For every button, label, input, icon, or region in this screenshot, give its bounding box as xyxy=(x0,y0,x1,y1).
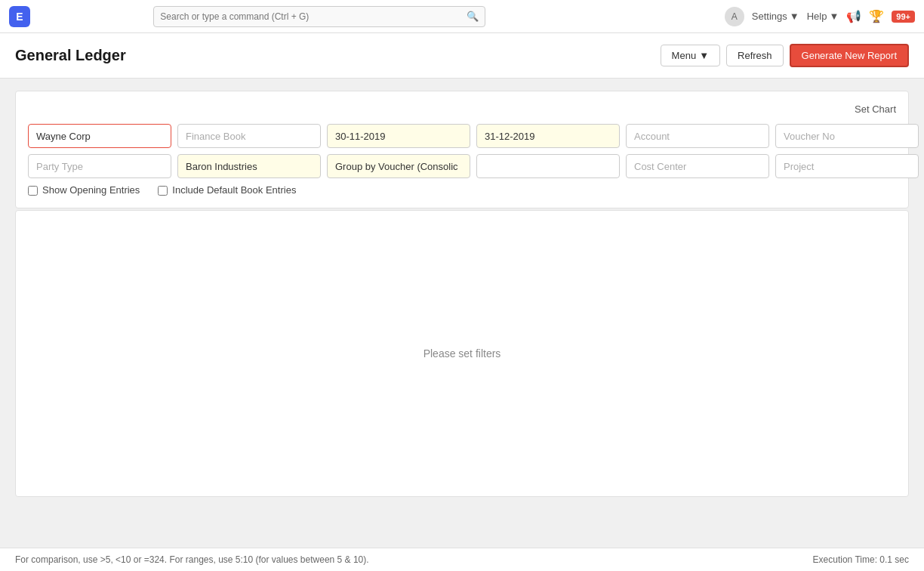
settings-button[interactable]: Settings ▼ xyxy=(752,11,799,22)
show-opening-entries-checkbox[interactable] xyxy=(28,186,38,196)
finance-book-input[interactable] xyxy=(177,124,321,148)
search-input[interactable] xyxy=(160,11,467,22)
filter-box: Set Chart Show Opening Entries xyxy=(15,91,909,208)
search-icon: 🔍 xyxy=(467,11,479,22)
party-type-input[interactable] xyxy=(28,154,171,178)
avatar[interactable]: A xyxy=(725,7,744,26)
help-button[interactable]: Help ▼ xyxy=(807,11,839,22)
page-actions: Menu ▼ Refresh Generate New Report xyxy=(661,44,909,67)
checkbox-row: Show Opening Entries Include Default Boo… xyxy=(28,184,896,196)
against-voucher-input[interactable] xyxy=(476,154,620,178)
group-by-input[interactable] xyxy=(327,154,470,178)
refresh-button[interactable]: Refresh xyxy=(726,45,784,66)
trophy-icon[interactable]: 🏆 xyxy=(869,9,884,23)
data-area: Please set filters xyxy=(15,210,909,497)
include-default-book-checkbox[interactable] xyxy=(158,186,168,196)
notification-badge[interactable]: 99+ xyxy=(892,11,915,23)
megaphone-icon[interactable]: 📢 xyxy=(846,9,861,23)
filter-row-1 xyxy=(28,124,896,148)
company-input[interactable] xyxy=(28,124,171,148)
navbar-right: A Settings ▼ Help ▼ 📢 🏆 99+ xyxy=(725,7,915,26)
party-input[interactable] xyxy=(177,154,321,178)
page-header: General Ledger Menu ▼ Refresh Generate N… xyxy=(0,33,924,79)
voucher-no-input[interactable] xyxy=(775,124,919,148)
data-placeholder: Please set filters xyxy=(424,347,501,360)
app-logo[interactable]: E xyxy=(9,6,30,27)
navbar: E 🔍 A Settings ▼ Help ▼ 📢 🏆 99+ xyxy=(0,0,924,33)
generate-report-button[interactable]: Generate New Report xyxy=(790,44,909,67)
show-opening-entries-label[interactable]: Show Opening Entries xyxy=(28,184,140,196)
include-default-book-label[interactable]: Include Default Book Entries xyxy=(158,184,296,196)
filter-box-header: Set Chart xyxy=(28,103,896,115)
page-title: General Ledger xyxy=(15,47,126,64)
project-input[interactable] xyxy=(775,154,919,178)
account-input[interactable] xyxy=(626,124,769,148)
search-bar[interactable]: 🔍 xyxy=(153,6,485,27)
main-content: Set Chart Show Opening Entries xyxy=(0,79,924,509)
from-date-input[interactable] xyxy=(327,124,470,148)
set-chart-button[interactable]: Set Chart xyxy=(855,103,896,115)
filter-row-2 xyxy=(28,154,896,178)
menu-button[interactable]: Menu ▼ xyxy=(661,45,720,66)
cost-center-input[interactable] xyxy=(626,154,769,178)
to-date-input[interactable] xyxy=(476,124,620,148)
